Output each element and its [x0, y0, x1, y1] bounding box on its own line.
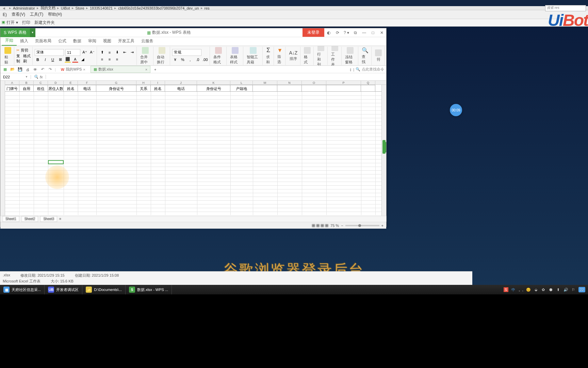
column-header[interactable]: M [253, 81, 277, 85]
header-cell[interactable]: 关系 [136, 85, 151, 91]
clock[interactable]: 22 [578, 287, 585, 292]
column-headers[interactable]: ABCDEFGHIJKLMNOPQ [5, 81, 386, 85]
emoji-icon[interactable]: 😊 [526, 287, 531, 292]
menu-help[interactable]: 帮助(H) [48, 12, 62, 17]
zoom-out-icon[interactable]: − [341, 224, 343, 228]
add-sheet-icon[interactable]: + [59, 217, 61, 221]
zoom-level[interactable]: 75 % [330, 224, 339, 228]
tab-data[interactable]: 数据 [70, 36, 85, 46]
undo-icon[interactable]: ↶ [40, 67, 45, 72]
explorer-search[interactable]: 搜索 res [545, 5, 586, 11]
align-mid-icon[interactable]: ≡ [107, 49, 113, 56]
number-format-select[interactable] [172, 49, 201, 56]
newfolder-button[interactable]: 新建文件夹 [34, 20, 55, 26]
format-button[interactable]: 格式 [303, 46, 312, 65]
taskbar-item[interactable]: S 数据.xlsx - WPS ... [126, 285, 172, 294]
header-cell[interactable]: 自用 [19, 85, 34, 91]
punct-icon[interactable]: 。, [519, 287, 523, 292]
menu-tools[interactable]: 工具(T) [30, 12, 43, 17]
font-color-button[interactable]: A [72, 57, 78, 63]
rowcol-button[interactable]: 行和列 [316, 46, 326, 66]
header-cell[interactable]: 身份证号 [96, 85, 136, 91]
dropdown-icon[interactable]: ▼ [25, 75, 28, 78]
sort-button[interactable]: A↓Z排序 [288, 49, 299, 62]
taskbar-item[interactable]: ▦ 天府社区信息采... [0, 285, 45, 294]
table-style-button[interactable]: 表格样式 [229, 46, 242, 65]
indent-inc-icon[interactable]: ⇥ [129, 49, 135, 56]
percent-icon[interactable]: % [180, 57, 186, 63]
dec-inc-icon[interactable]: .0 [195, 57, 201, 63]
header-cell[interactable] [326, 85, 361, 91]
ime-icon[interactable]: S [504, 287, 508, 292]
mywps-tab[interactable]: W 我的WPS × [58, 66, 88, 73]
header-cell[interactable]: 居住人数 [48, 85, 64, 91]
format-painter-button[interactable]: 格式刷 [23, 53, 31, 64]
wrap-button[interactable]: 自动换行 [156, 46, 168, 65]
tab-dev[interactable]: 开发工具 [115, 36, 138, 46]
italic-button[interactable]: I [42, 57, 48, 63]
freeze-button[interactable]: 冻结窗格 [344, 46, 357, 65]
header-cell[interactable]: 租住 [34, 85, 48, 91]
minimize-icon[interactable]: — [360, 28, 369, 37]
header-cell[interactable]: 电话 [78, 85, 96, 91]
tab-close-icon[interactable]: × [145, 67, 147, 72]
breadcrumb[interactable]: ▸Administrator ▸我的文档 ▸UiBot ▸Store ▸1833… [9, 5, 210, 11]
column-header[interactable]: G [96, 81, 136, 85]
save-icon[interactable]: 💾 [17, 67, 23, 72]
tab-close-icon[interactable]: × [83, 67, 85, 72]
column-header[interactable]: L [230, 81, 253, 85]
tab-review[interactable]: 审阅 [85, 36, 100, 46]
menu-view[interactable]: 查看(V) [12, 12, 25, 17]
column-header[interactable]: E [64, 81, 78, 85]
tab-cloud[interactable]: 云服务 [138, 36, 157, 46]
header-cell[interactable]: 姓名 [64, 85, 78, 91]
skin-icon[interactable]: ◐ [324, 28, 333, 37]
sheet-tabs[interactable]: Sheet1 Sheet2 Sheet3 + [0, 216, 386, 222]
worksheet-button[interactable]: 工作表 [330, 46, 340, 66]
add-tab-icon[interactable]: + [152, 67, 158, 72]
sheet-tab[interactable]: Sheet2 [21, 216, 38, 222]
fx-button[interactable]: 🔍 fx [31, 75, 46, 79]
align-center-icon[interactable]: ≡ [107, 56, 113, 62]
column-header[interactable]: O [302, 81, 326, 85]
header-cell[interactable] [302, 85, 326, 91]
dec-dec-icon[interactable]: .00 [202, 57, 208, 63]
settings-icon[interactable]: ⟳ [333, 28, 342, 37]
menu-edit[interactable]: E) [3, 12, 7, 17]
symbol-button[interactable]: 符 [374, 49, 383, 63]
indent-dec-icon[interactable]: ⇤ [121, 49, 128, 56]
fill-button[interactable]: ⬛ [65, 57, 71, 63]
header-cell[interactable]: 姓名 [151, 85, 165, 91]
print-icon[interactable]: 🖨 [25, 67, 30, 72]
column-header[interactable]: C [34, 81, 48, 85]
side-panel-toggle[interactable] [383, 142, 386, 152]
open-icon[interactable]: 📂 [10, 67, 15, 72]
filter-button[interactable]: ▼筛选 [276, 47, 284, 65]
column-header[interactable]: N [277, 81, 302, 85]
align-top-icon[interactable]: ⬆ [99, 49, 105, 56]
file-tab[interactable]: ▦ 数据.xlsx × [91, 66, 150, 73]
header-cell[interactable]: 电话 [165, 85, 197, 91]
tray-icon[interactable]: ⬙ [534, 287, 538, 292]
column-header[interactable]: D [48, 81, 64, 85]
sheet-tab[interactable]: Sheet3 [40, 216, 57, 222]
taskbar-item[interactable]: UB 开发者调试区 [45, 285, 82, 294]
column-header[interactable]: K [197, 81, 230, 85]
highlight-button[interactable]: ◢ [80, 57, 86, 63]
view-mode-icon[interactable]: ▦ ▦ ▦ ▦ [312, 223, 328, 228]
fontsize-select[interactable] [65, 49, 80, 56]
header-cell[interactable]: 门牌号 [5, 85, 19, 91]
maximize-icon[interactable]: □ [369, 28, 377, 37]
spreadsheet-grid[interactable]: ABCDEFGHIJKLMNOPQ 门牌号自用租住居住人数姓名电话身份证号关系姓… [0, 81, 386, 216]
currency-icon[interactable]: ¥ [172, 57, 178, 63]
tab-start[interactable]: 开始 [2, 36, 17, 46]
back-icon[interactable]: ◄ [2, 6, 6, 10]
print-button[interactable]: 打印 [22, 20, 30, 26]
help-icon[interactable]: ? ▾ [342, 28, 351, 37]
command-search[interactable]: ⫿ | 🔍 点此查找命令 [350, 67, 384, 72]
system-tray[interactable]: S 中 。, 😊 ⬙ ✿ ⬢ ⬆ 🔊 ⚐ 22 [501, 287, 588, 292]
lang-icon[interactable]: 中 [511, 287, 516, 292]
bold-button[interactable]: B [35, 57, 41, 63]
align-right-icon[interactable]: ≡ [114, 56, 120, 62]
taskbar-item[interactable]: 📁 D:\Documents\... [82, 285, 126, 294]
